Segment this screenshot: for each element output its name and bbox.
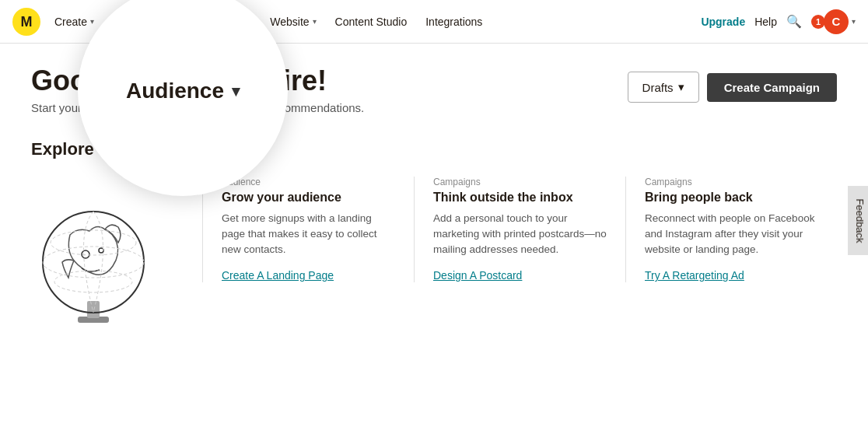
card-postcards-title: Think outside the inbox: [433, 191, 607, 205]
mailchimp-logo[interactable]: M: [12, 8, 40, 36]
notification-badge: 1: [811, 15, 825, 29]
nav-create[interactable]: Create ▾: [47, 11, 102, 33]
help-link[interactable]: Help: [754, 16, 777, 28]
navbar: M Create ▾ Audience ▾ Automations ▾ Webs…: [0, 0, 868, 44]
search-icon[interactable]: 🔍: [786, 14, 802, 29]
audience-bubble-chevron: ▾: [232, 82, 240, 100]
upgrade-button[interactable]: Upgrade: [701, 16, 745, 28]
explore-card-retargeting: Campaigns Bring people back Reconnect wi…: [625, 177, 837, 283]
user-avatar-group[interactable]: 1 C ▾: [811, 9, 856, 34]
nav-right-group: Upgrade Help 🔍 1 C ▾: [701, 9, 856, 34]
explore-card-postcards: Campaigns Think outside the inbox Add a …: [414, 177, 625, 283]
card-audience-category: Audience: [222, 177, 395, 187]
drafts-chevron: ▾: [678, 80, 684, 94]
card-audience-title: Grow your audience: [222, 191, 395, 205]
nav-content-studio[interactable]: Content Studio: [327, 11, 415, 33]
explore-cards-container: Audience Grow your audience Get more sig…: [31, 177, 837, 335]
svg-point-7: [43, 247, 144, 278]
card-audience-desc: Get more signups with a landing page tha…: [222, 211, 395, 258]
card-postcards-desc: Add a personal touch to your marketing w…: [433, 211, 607, 258]
globe-illustration: [31, 177, 187, 335]
nav-website-chevron: ▾: [313, 17, 317, 26]
greeting-actions: Drafts ▾ Create Campaign: [628, 72, 837, 103]
avatar-chevron: ▾: [852, 17, 856, 26]
feedback-tab[interactable]: Feedback: [848, 186, 868, 255]
retargeting-ad-link[interactable]: Try A Retargeting Ad: [645, 269, 744, 282]
explore-card-audience: Audience Grow your audience Get more sig…: [202, 177, 414, 283]
create-campaign-button[interactable]: Create Campaign: [707, 73, 837, 102]
avatar: C: [824, 9, 849, 34]
drafts-button[interactable]: Drafts ▾: [628, 72, 699, 103]
svg-point-4: [43, 212, 144, 313]
nav-website[interactable]: Website ▾: [262, 11, 324, 33]
nav-create-chevron: ▾: [90, 17, 94, 26]
card-postcards-category: Campaigns: [433, 177, 607, 187]
svg-point-5: [82, 250, 89, 258]
svg-point-8: [51, 230, 136, 255]
design-postcard-link[interactable]: Design A Postcard: [433, 269, 522, 282]
svg-rect-3: [87, 301, 100, 318]
card-retargeting-category: Campaigns: [645, 177, 818, 187]
svg-text:M: M: [21, 14, 33, 30]
audience-bubble-label[interactable]: Audience ▾: [126, 79, 240, 103]
nav-integrations[interactable]: Integrations: [418, 11, 490, 33]
card-retargeting-desc: Reconnect with people on Facebook and In…: [645, 211, 818, 258]
create-landing-page-link[interactable]: Create A Landing Page: [222, 269, 334, 282]
card-retargeting-title: Bring people back: [645, 191, 818, 205]
